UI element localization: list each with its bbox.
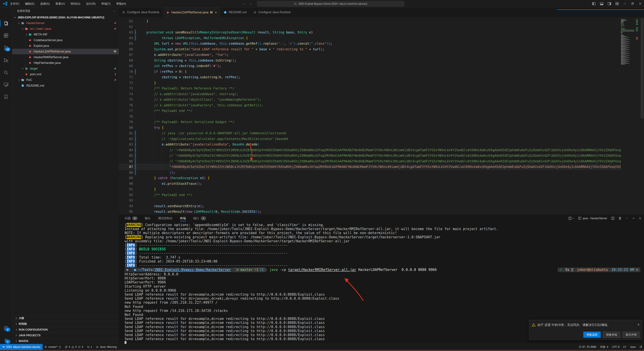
remote-explorer-icon[interactable] <box>0 80 12 90</box>
menu-item[interactable]: 终端(T) <box>101 2 111 6</box>
code-line-84[interactable]: 84 // "rO0ABXNyAC5qYXZheC5tYW5hZ2VtZW50L… <box>119 147 621 153</box>
code-line-73[interactable]: 73 /** Payload1: Return Reference Factor… <box>119 86 621 91</box>
code-line-68[interactable]: 68 String cbstring = this.codebase.toStr… <box>119 58 621 64</box>
code-line-79[interactable]: 79 /** Payload2: Return Serialized Gadge… <box>119 119 621 125</box>
close-panel-icon[interactable] <box>639 217 641 220</box>
code-line-63[interactable]: 63 protected void sendResult(InMemoryInt… <box>119 30 621 35</box>
split-terminal-icon[interactable] <box>611 217 614 220</box>
code-line-74[interactable]: 74 // e.addAttribute("javaCodeBase", cbs… <box>119 91 621 97</box>
tab-close-icon[interactable]: × <box>215 11 217 14</box>
sidebar-section-run-configuration[interactable]: RUN CONFIGURATION <box>12 327 119 332</box>
editor-scrollbar[interactable] <box>641 18 644 118</box>
sidebar-section-时间线[interactable]: 时间线 <box>12 321 119 327</box>
code-line-72[interactable]: 72 } <box>119 80 621 86</box>
menu-item[interactable]: 编辑(E) <box>25 2 34 6</box>
code-line-76[interactable]: 76 // e.addAttribute("javaFactory", this… <box>119 102 621 108</box>
tree-root-folder[interactable]: JNDI-EXPLOIT-BYPASS-DEMO [SSH: ALIYUN-MA… <box>12 14 119 20</box>
shell-prompt[interactable]: ⊗~/Tools/JNDI-Exploit-Bypass-Demo/Hacker… <box>124 268 644 272</box>
tab-readme-md[interactable]: README.md <box>220 8 250 17</box>
restore-icon[interactable] <box>628 0 636 7</box>
code-line-90[interactable]: 90 e1.printStackTrace(); <box>119 181 621 186</box>
code-line-86[interactable]: 86 // "rO0ABXNyAC5qYXZheC5tYW5hZ2VtZW50L… <box>119 158 621 164</box>
eol[interactable]: LF <box>622 344 628 350</box>
panel-tab-调试控制台[interactable]: 调试控制台 <box>158 214 173 222</box>
java-status[interactable]: Java: Warning <box>94 344 118 350</box>
tab-hackerldaprefserver-java[interactable]: HackerLDAPRefServer.javaM× <box>163 8 220 17</box>
code-line-69[interactable]: 69 int refPos = cbstring.indexOf('#'); <box>119 63 621 69</box>
code-editor[interactable]: 61 }6263 protected void sendResult(InMem… <box>119 17 644 214</box>
tree-item-httpfilehandler-java[interactable]: HttpFileHandler.java <box>12 60 119 66</box>
sidebar-section-maven[interactable]: MAVEN <box>12 338 119 344</box>
code-line-62[interactable]: 62 <box>119 24 621 30</box>
search-icon[interactable] <box>0 68 12 78</box>
explorer-icon[interactable] <box>0 18 12 28</box>
tree-item-src-main-java[interactable]: src / main / java <box>12 26 119 32</box>
launch-profile-button[interactable] <box>568 217 574 220</box>
menu-item[interactable]: 帮助(H) <box>116 2 126 6</box>
layout-secondary-sidebar-icon[interactable] <box>606 0 613 7</box>
layout-sidebar-icon[interactable] <box>590 0 598 7</box>
code-line-87[interactable]: 87 "rO0ABXNyAC5qYXZheC5tYW5hZ2VtZW50LkJh… <box>119 164 621 170</box>
code-line-82[interactable]: 82 // '/Applications/Calculator.app/Cont… <box>119 136 621 142</box>
code-line-81[interactable]: 81 // java -jar ysoserial-0.0.6-SNAPSHOT… <box>119 130 621 136</box>
source-control-icon[interactable]: 12 <box>0 43 12 53</box>
minimap[interactable] <box>621 18 634 65</box>
code-line-70[interactable]: 70 if (refPos > 0) { <box>119 69 621 74</box>
code-line-91[interactable]: 91 } <box>119 186 621 192</box>
code-line-66[interactable]: 66 System.out.println("Send LDAP referen… <box>119 46 621 52</box>
ports-status[interactable]: 1 <box>85 344 94 350</box>
tree-item-codebaseserver-java[interactable]: CodebaseServer.java <box>12 37 119 43</box>
sidebar-section-大纲[interactable]: 大纲 <box>12 316 119 321</box>
code-line-78[interactable]: 78 <box>119 114 621 120</box>
settings-gear-icon[interactable]: 1 <box>0 335 12 345</box>
explorer-more-actions-icon[interactable]: ⋯ <box>113 10 116 13</box>
extensions-icon[interactable] <box>0 31 12 40</box>
maximize-panel-icon[interactable] <box>632 217 635 220</box>
forward-icon[interactable]: → <box>249 1 252 5</box>
command-center-search[interactable]: JNDI-Exploit-Bypass-Demo [SSH: aliyun-ma… <box>257 1 404 6</box>
tree-item-target[interactable]: target <box>12 66 119 72</box>
sidebar-section-java-projects[interactable]: JAVA PROJECTS <box>12 332 119 338</box>
code-line-85[interactable]: 85 // "rO0ABXNyAC5qYXZheC5tYW5hZ2VtZW50L… <box>119 153 621 158</box>
panel-more-actions-icon[interactable]: ⋯ <box>626 217 628 220</box>
layout-panel-icon[interactable] <box>598 0 606 7</box>
menu-item[interactable]: 选择(S) <box>40 2 50 6</box>
customize-layout-icon[interactable] <box>613 0 621 7</box>
code-line-71[interactable]: 71 cbstring = cbstring.substring(0, refP… <box>119 74 621 80</box>
menu-item[interactable]: 文件(F) <box>10 2 20 6</box>
tree-item-readme-md[interactable]: README.md <box>12 83 119 88</box>
encoding[interactable]: UTF-8 <box>610 344 621 350</box>
accounts-icon[interactable]: 2 <box>0 323 12 333</box>
menu-item[interactable]: 转到(G) <box>70 2 80 6</box>
tree-item-exploit-java[interactable]: Exploit.java <box>12 43 119 49</box>
notification-close-icon[interactable]: × <box>638 323 640 326</box>
code-line-93[interactable]: 93 <box>119 198 621 203</box>
problems-status[interactable]: 4 0 4 <box>63 344 85 350</box>
close-icon[interactable] <box>636 0 644 7</box>
code-line-94[interactable]: 94 result.sendSearchEntry(e); <box>119 203 621 209</box>
remote-indicator[interactable]: SSH: aliyun-machine-ubuntu <box>0 344 43 350</box>
code-line-67[interactable]: 67 e.addAttribute("javaClassName", "foo"… <box>119 52 621 58</box>
panel-tab-输出[interactable]: 输出 <box>145 214 151 222</box>
bookmarks-icon[interactable] <box>0 92 12 102</box>
terminal-instance-item[interactable]: java - HackerServer <box>578 217 607 220</box>
language-mode[interactable]: Java <box>628 344 638 350</box>
panel-tab-问题[interactable]: 问题8 <box>125 214 138 222</box>
menu-item[interactable]: 运行(R) <box>86 2 96 6</box>
kill-terminal-icon[interactable] <box>618 217 622 220</box>
tab-configure-java-runtime[interactable]: Configure Java Runtime <box>119 8 163 17</box>
code-line-75[interactable]: 75 // e.addAttribute("objectClass", "jav… <box>119 97 621 102</box>
code-line-83[interactable]: 83 e.addAttribute("javaSerializedData", … <box>119 142 621 147</box>
panel-tab-终端[interactable]: 终端 <box>180 214 186 222</box>
notifications-bell[interactable] <box>638 344 644 350</box>
tree-item-hackerserver[interactable]: HackerServer <box>12 20 119 26</box>
replace-remote-button[interactable]: 替换远程 <box>583 332 601 338</box>
code-line-77[interactable]: 77 /** Payload1 end **/ <box>119 108 621 114</box>
tree-item-pom-xml[interactable]: pom.xml2 <box>12 72 119 77</box>
show-conflicts-button[interactable]: 显示冲突 <box>622 332 640 338</box>
code-line-95[interactable]: 95 result.setResult(new LDAPResult(0, Re… <box>119 209 621 214</box>
minimize-icon[interactable] <box>621 0 628 7</box>
tree-item-poc[interactable]: PoC <box>12 77 119 83</box>
cursor-position[interactable]: 行 87, 列 3686 <box>577 344 598 350</box>
menu-item[interactable]: 查看(V) <box>55 2 65 6</box>
